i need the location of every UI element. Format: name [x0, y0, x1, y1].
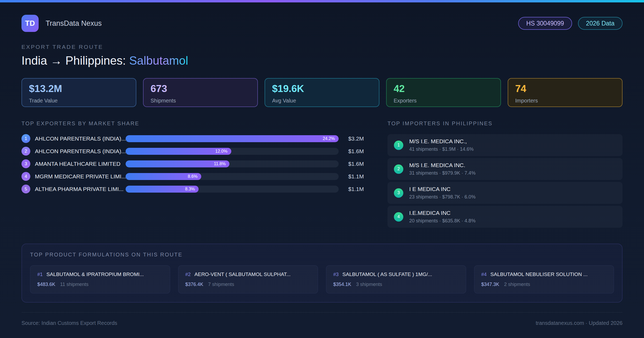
importer-detail: 23 shipments · $798.7K · 6.0%: [409, 194, 475, 200]
importer-detail: 41 shipments · $1.9M · 14.6%: [409, 146, 474, 152]
formulations-panel: TOP PRODUCT FORMULATIONS ON THIS ROUTE #…: [21, 244, 623, 303]
exporter-row: 2 AHLCON PARENTERALS (INDIA)... 12.0% $1…: [21, 147, 364, 156]
exporter-value: $3.2M: [342, 135, 364, 142]
rank-badge: 2: [394, 164, 403, 174]
stat-value: 42: [394, 83, 493, 94]
formulations-heading: TOP PRODUCT FORMULATIONS ON THIS ROUTE: [30, 252, 614, 258]
formulation-value: $347.3K: [481, 282, 499, 287]
formulations-grid: #1 SALBUTAMOL & IPRATROPIUM BROMI... $48…: [30, 265, 614, 293]
stat-card-trade-value: $13.2M Trade Value: [21, 78, 136, 107]
importer-name: I.E.MEDICA INC: [409, 210, 475, 216]
top-accent-bar: [0, 0, 644, 2]
importer-item: 1 M/S I.E. MEDICA INC., 41 shipments · $…: [387, 134, 623, 156]
importer-name: M/S I.E. MEDICA INC.: [409, 162, 475, 168]
exporter-name: ALTHEA PHARMA PRIVATE LIMI...: [35, 186, 126, 192]
exporter-name: AHLCON PARENTERALS (INDIA)...: [35, 148, 126, 155]
formulation-rank: #4: [481, 272, 487, 277]
eyebrow-label: EXPORT TRADE ROUTE: [21, 44, 623, 50]
formulation-value: $483.6K: [37, 282, 55, 287]
exporters-heading: TOP EXPORTERS BY MARKET SHARE: [21, 120, 364, 127]
importers-list: 1 M/S I.E. MEDICA INC., 41 shipments · $…: [387, 134, 623, 228]
importer-detail: 31 shipments · $979.9K · 7.4%: [409, 170, 475, 176]
importer-name: M/S I.E. MEDICA INC.,: [409, 138, 474, 145]
bar-percent-label: 11.8%: [214, 161, 229, 166]
bar-percent-label: 24.2%: [323, 136, 339, 141]
page-title-route: India → Philippines:: [21, 54, 129, 67]
header-badges: HS 30049099 2026 Data: [518, 17, 623, 30]
rank-badge: 3: [394, 188, 403, 198]
importer-item: 3 I E MEDICA INC 23 shipments · $798.7K …: [387, 182, 623, 204]
stat-value: 673: [151, 83, 250, 94]
bar-track: 8.3%: [126, 186, 339, 193]
importers-section: TOP IMPORTERS IN PHILIPPINES 1 M/S I.E. …: [387, 120, 623, 230]
brand: TD TransData Nexus: [21, 15, 102, 32]
stat-label: Trade Value: [29, 98, 129, 104]
formulation-name: AERO-VENT ( SALBUTAMOL SULPHAT...: [195, 271, 291, 277]
page-title: India → Philippines: Salbutamol: [21, 54, 623, 67]
exporter-name: MGRM MEDICARE PRIVATE LIMI...: [35, 173, 126, 180]
bar-fill: 11.8%: [126, 160, 229, 167]
exporter-name: AHLCON PARENTERALS (INDIA)...: [35, 135, 126, 142]
stat-card-exporters: 42 Exporters: [386, 78, 501, 107]
bar-track: 11.8%: [126, 160, 339, 167]
stat-label: Importers: [515, 98, 615, 104]
stat-value: $13.2M: [29, 83, 129, 94]
exporter-row: 5 ALTHEA PHARMA PRIVATE LIMI... 8.3% $1.…: [21, 185, 364, 193]
rank-badge: 5: [21, 185, 30, 193]
middle-columns: TOP EXPORTERS BY MARKET SHARE 1 AHLCON P…: [21, 120, 623, 230]
rank-badge: 4: [21, 172, 30, 181]
formulation-rank: #2: [185, 272, 191, 277]
footer: Source: Indian Customs Export Records tr…: [21, 312, 623, 326]
bar-track: 24.2%: [126, 135, 339, 142]
stat-value: 74: [515, 83, 615, 94]
bar-fill: 24.2%: [126, 135, 339, 142]
bar-percent-label: 8.6%: [188, 174, 201, 179]
importer-name: I E MEDICA INC: [409, 186, 475, 192]
exporter-value: $1.1M: [342, 173, 364, 180]
page-title-product: Salbutamol: [129, 54, 188, 67]
header: TD TransData Nexus HS 30049099 2026 Data: [21, 15, 623, 32]
importer-detail: 20 shipments · $635.8K · 4.8%: [409, 218, 475, 224]
exporter-value: $1.6M: [342, 148, 364, 155]
formulation-shipments: 3 shipments: [356, 282, 382, 287]
formulation-name: SALBUTAMOL ( AS SULFATE ) 1MG/...: [342, 271, 432, 277]
importer-item: 2 M/S I.E. MEDICA INC. 31 shipments · $9…: [387, 158, 623, 180]
stat-card-importers: 74 Importers: [508, 78, 623, 107]
formulation-shipments: 11 shipments: [60, 282, 89, 287]
rank-badge: 2: [21, 147, 30, 156]
formulation-value: $376.4K: [185, 282, 203, 287]
hs-code-badge[interactable]: HS 30049099: [518, 17, 572, 30]
footer-source: Source: Indian Customs Export Records: [21, 320, 117, 326]
formulation-value: $354.1K: [333, 282, 351, 287]
bar-track: 8.6%: [126, 173, 339, 180]
importer-item: 4 I.E.MEDICA INC 20 shipments · $635.8K …: [387, 206, 623, 228]
stat-card-avg-value: $19.6K Avg Value: [265, 78, 379, 107]
stat-label: Shipments: [151, 98, 250, 104]
exporters-section: TOP EXPORTERS BY MARKET SHARE 1 AHLCON P…: [21, 120, 364, 230]
rank-badge: 3: [21, 159, 30, 168]
data-year-badge[interactable]: 2026 Data: [578, 17, 623, 30]
page-container: TD TransData Nexus HS 30049099 2026 Data…: [0, 2, 644, 326]
exporter-row: 4 MGRM MEDICARE PRIVATE LIMI... 8.6% $1.…: [21, 172, 364, 181]
bar-percent-label: 12.0%: [215, 149, 231, 154]
stats-row: $13.2M Trade Value 673 Shipments $19.6K …: [21, 78, 623, 107]
formulation-rank: #3: [333, 272, 339, 277]
app-logo: TD: [21, 15, 39, 32]
importers-heading: TOP IMPORTERS IN PHILIPPINES: [387, 120, 623, 127]
exporters-bar-chart: 1 AHLCON PARENTERALS (INDIA)... 24.2% $3…: [21, 134, 364, 193]
formulation-card: #1 SALBUTAMOL & IPRATROPIUM BROMI... $48…: [30, 265, 170, 293]
formulation-shipments: 2 shipments: [504, 282, 530, 287]
stat-label: Exporters: [394, 98, 493, 104]
rank-badge: 4: [394, 212, 403, 222]
bar-fill: 12.0%: [126, 148, 231, 155]
exporter-value: $1.1M: [342, 186, 364, 192]
rank-badge: 1: [21, 134, 30, 143]
footer-meta: transdatanexus.com · Updated 2026: [536, 320, 623, 326]
bar-fill: 8.3%: [126, 186, 199, 193]
formulation-card: #2 AERO-VENT ( SALBUTAMOL SULPHAT... $37…: [178, 265, 318, 293]
bar-fill: 8.6%: [126, 173, 201, 180]
bar-track: 12.0%: [126, 148, 339, 155]
app-name: TransData Nexus: [46, 19, 102, 28]
stat-value: $19.6K: [272, 83, 372, 94]
stat-label: Avg Value: [272, 98, 372, 104]
